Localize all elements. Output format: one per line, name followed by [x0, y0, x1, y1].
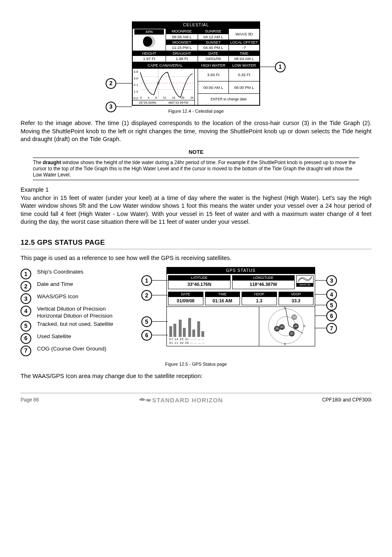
tide-graph: 3.8 3.0 2.1 1.2 0.2: [133, 69, 195, 105]
x-tick: 16: [172, 96, 175, 100]
gps-callout-3: 3: [326, 275, 337, 286]
waas-gps-icon: WAAS 3D: [296, 275, 314, 287]
note-pre: The: [33, 160, 43, 165]
legend-list: 1Ship's Coordinates 2Date and Time 3WAAS…: [21, 267, 144, 357]
legend-num-7: 7: [21, 346, 31, 356]
lat-value: 28°26.005N: [139, 100, 156, 105]
sat-used: 25: [293, 323, 299, 329]
station-header: CAPE CANAVERAL: [133, 62, 198, 68]
legend-num-6: 6: [21, 333, 31, 344]
legend-num-5: 5: [21, 321, 31, 332]
x-tick: 8: [155, 96, 157, 100]
lat-header: LATITUDE: [168, 276, 230, 281]
moonrise-value: 08:38 AM L: [166, 34, 198, 39]
legend-num-3: 3: [21, 293, 31, 304]
example-body: You anchor in 15 feet of water (under yo…: [21, 194, 371, 226]
enter-hint: ENTER to change date: [198, 94, 259, 105]
brand-text: STANDARD HORIZON: [152, 396, 223, 404]
page-number: Page 86: [21, 397, 39, 404]
highwater-time: 00:00 AM L: [198, 81, 228, 94]
vdop-header: VDOP: [279, 292, 314, 297]
gps-callout-4: 4: [326, 289, 337, 300]
date-value: 04/01/09: [198, 56, 228, 61]
example-heading: Example 1: [21, 186, 371, 194]
moon-pct: 44%: [134, 29, 164, 35]
sat-used: 20: [279, 324, 285, 330]
lowwater-header: LOW WATER: [229, 62, 260, 68]
lon-value: 118°46.387W: [233, 281, 294, 288]
sunrise-value: 04:12 AM L: [198, 34, 228, 39]
y-tick: 1.2: [134, 88, 138, 95]
sat-tracked: 14: [291, 314, 297, 320]
lat-value: 33°40.176N: [168, 281, 230, 288]
localoffset-value: -7: [229, 45, 259, 50]
compass-e: E: [304, 324, 306, 328]
callout-2: 2: [106, 78, 116, 89]
x-tick: 0: [140, 96, 142, 100]
sunset-header: SUNSET: [198, 40, 228, 45]
draught-value: 1.98 Ft: [166, 56, 198, 61]
legend-6: Used Satellite: [37, 333, 71, 340]
sunrise-header: SUNRISE: [198, 29, 228, 34]
callout-1: 1: [275, 62, 286, 72]
gps-callout-5r: 5: [326, 300, 337, 311]
gps-callout-6r: 6: [326, 311, 337, 321]
lon-value: 080°33.997W: [168, 100, 189, 105]
gps-date-value: 01/09/08: [168, 297, 203, 305]
model-text: CPF180i and CPF300i: [322, 397, 371, 404]
sunset-value: 04:40 PM L: [198, 45, 228, 50]
gps-caption: Figure 12.5 - GPS Status page: [21, 361, 371, 367]
note-post: window shows the height of the tide wate…: [33, 160, 355, 178]
sat-used: 28: [274, 326, 280, 332]
x-tick: 20: [181, 96, 184, 100]
localoffset-header: LOCAL OFFSET: [229, 40, 259, 45]
legend-7: COG (Course Over Ground): [37, 346, 106, 352]
legend-5: Tracked, but not used, Satellite: [37, 321, 113, 327]
moonrise-header: MOONRISE: [166, 29, 198, 34]
draught-header: DRAUGHT: [166, 51, 198, 56]
closing-text: The WAAS/GPS Icon area may change due to…: [21, 372, 371, 381]
date-header: DATE: [198, 51, 228, 56]
note-heading: NOTE: [21, 149, 371, 156]
y-tick: 2.1: [134, 82, 138, 88]
lowwater-time: 06:00 PM L: [229, 81, 260, 94]
signal-bars: 07 14 25 31 -- -- -- -- 01 11 20 28 -- -…: [167, 307, 259, 346]
sat-labels-bot: 01 11 20 28 -- -- -- --: [169, 341, 205, 345]
moon-icon: [143, 35, 155, 48]
y-tick: 3.8: [134, 69, 138, 75]
celestial-caption: Figure 12.4 - Celestial page: [21, 108, 371, 114]
x-tick: 24: [190, 96, 194, 100]
legend-1: Ship's Coordinates: [37, 269, 83, 275]
y-tick: 3.0: [134, 75, 138, 82]
sky-view: N E S 14 25 20 28 31: [259, 307, 315, 346]
legend-num-4: 4: [21, 306, 31, 316]
highwater-ft: 3.83 Ft: [198, 68, 228, 81]
legend-2: Date and Time: [37, 281, 73, 288]
gps-callout-2: 2: [141, 290, 152, 301]
page-footer: Page 86 STANDARD HORIZON CPF180i and CPF…: [21, 393, 371, 404]
legend-4: Vertical Dilution of Precision Horizonta…: [37, 306, 113, 319]
lowwater-ft: 0.32 Ft: [229, 68, 260, 81]
brand-logo: STANDARD HORIZON: [138, 396, 223, 404]
vdop-value: 33.3: [279, 297, 314, 305]
gps-time-value: 01:16 AM: [205, 297, 240, 305]
height-header: HEIGHT: [133, 51, 166, 56]
height-value: 1.97 Ft: [133, 56, 166, 61]
gps-device: GPS STATUS LATITUDE33°40.176N LONGITUDE1…: [166, 267, 315, 346]
legend-3: WAAS/GPS Icon: [37, 293, 78, 300]
celestial-title: CELESTIAL: [132, 22, 260, 28]
gps-time-header: TIME: [205, 292, 240, 297]
hdop-value: 1.3: [242, 297, 277, 305]
celestial-device: CELESTIAL 44% MOONRISE 08:38 AM L SUNRIS…: [132, 21, 260, 106]
x-tick: 12: [163, 96, 166, 100]
gps-date-header: DATE: [168, 292, 203, 297]
lon-header: LONGITUDE: [233, 276, 294, 281]
waas-value: WAAS 3D: [229, 29, 260, 40]
time-value: 08:24 AM L: [229, 56, 259, 61]
moonset-header: MOONSET: [166, 40, 198, 45]
note-bold: draught: [43, 160, 61, 165]
callout-3: 3: [106, 102, 116, 112]
legend-num-2: 2: [21, 281, 31, 292]
gps-callout-5: 5: [141, 316, 152, 327]
sat-used: 31: [289, 331, 295, 337]
